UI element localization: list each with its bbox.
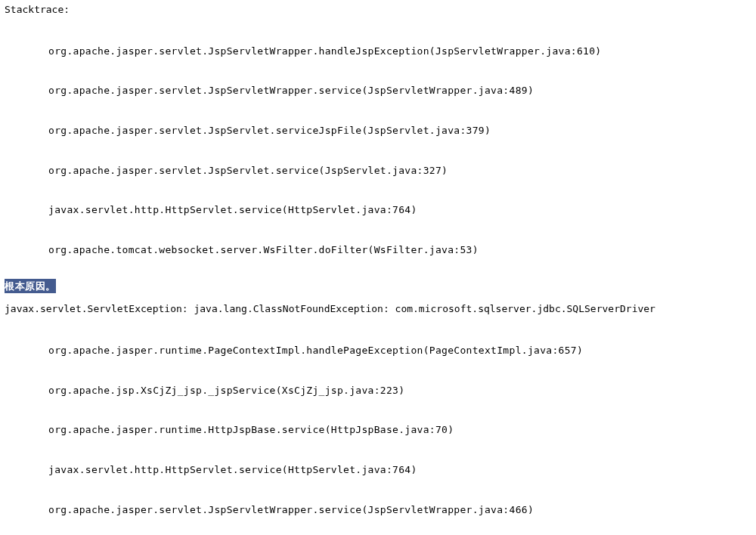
trace-line: org.apache.jasper.servlet.JspServletWrap… bbox=[5, 84, 751, 97]
trace-line: org.apache.jasper.servlet.JspServletWrap… bbox=[5, 503, 751, 517]
stacktrace-block-top: org.apache.jasper.servlet.JspServletWrap… bbox=[5, 18, 751, 270]
trace-line: org.apache.jasper.servlet.JspServlet.ser… bbox=[5, 164, 751, 178]
trace-line: org.apache.tomcat.websocket.server.WsFil… bbox=[5, 243, 751, 257]
root-cause-heading-1: 根本原因。 bbox=[5, 279, 56, 294]
stacktrace-block-1: org.apache.jasper.runtime.PageContextImp… bbox=[5, 317, 751, 535]
trace-line: org.apache.jsp.XsCjZj_jsp._jspService(Xs… bbox=[5, 384, 751, 397]
trace-line: javax.servlet.http.HttpServlet.service(H… bbox=[5, 463, 751, 477]
trace-line: org.apache.jasper.runtime.PageContextImp… bbox=[5, 344, 751, 357]
stacktrace-label: Stacktrace: bbox=[5, 3, 751, 17]
trace-line: org.apache.jasper.servlet.JspServletWrap… bbox=[5, 45, 751, 58]
trace-line: org.apache.jasper.runtime.HttpJspBase.se… bbox=[5, 423, 751, 437]
trace-line: org.apache.jasper.servlet.JspServlet.ser… bbox=[5, 124, 751, 138]
trace-line: javax.servlet.http.HttpServlet.service(H… bbox=[5, 203, 751, 217]
exception-message-1: javax.servlet.ServletException: java.lan… bbox=[5, 302, 751, 316]
